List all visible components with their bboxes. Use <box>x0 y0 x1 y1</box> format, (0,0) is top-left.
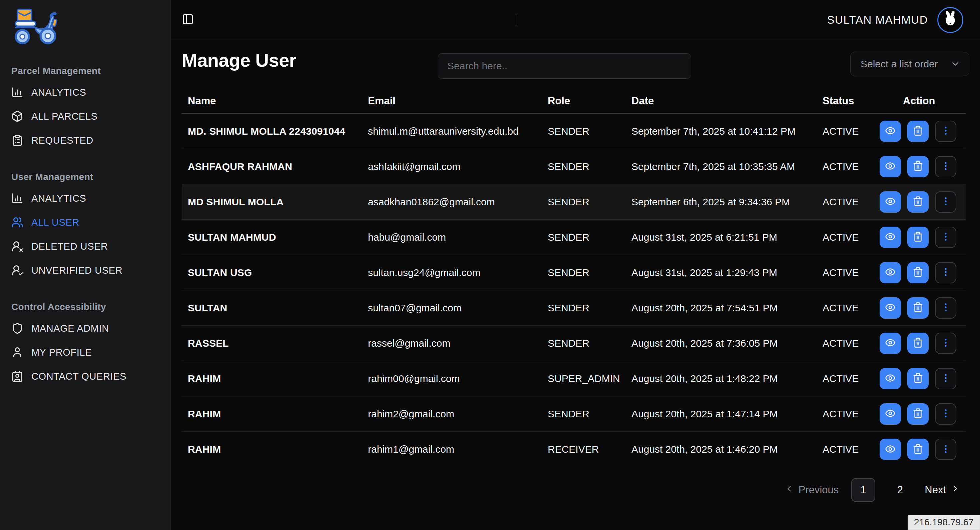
more-user-button[interactable] <box>935 439 956 460</box>
more-user-button[interactable] <box>935 227 956 248</box>
column-header-date: Date <box>632 95 822 107</box>
sidebar-item-label: CONTACT QUERIES <box>31 371 126 382</box>
sidebar-item-analytics-parcel[interactable]: ANALYTICS <box>11 80 164 104</box>
table-row: SULTAN USGsultan.usg24@gmail.comSENDERAu… <box>182 255 966 290</box>
more-options-icon <box>940 337 951 349</box>
delete-user-button[interactable] <box>907 191 929 213</box>
sidebar-item-my-profile[interactable]: MY PROFILE <box>11 340 164 364</box>
users-table: NameEmailRoleDateStatusAction MD. SHIMUL… <box>182 88 966 467</box>
more-user-button[interactable] <box>935 403 956 425</box>
more-user-button[interactable] <box>935 333 956 354</box>
delete-icon <box>913 302 923 314</box>
sidebar-item-contact-queries[interactable]: CONTACT QUERIES <box>11 364 164 388</box>
delete-user-button[interactable] <box>907 333 929 354</box>
cell-name: SULTAN <box>188 302 368 314</box>
chevron-right-icon <box>951 484 960 496</box>
sidebar-item-unverified-user[interactable]: UNVERIFIED USER <box>11 258 164 282</box>
more-user-button[interactable] <box>935 191 956 213</box>
more-user-button[interactable] <box>935 156 956 177</box>
view-user-button[interactable] <box>880 403 901 425</box>
cell-role: SUPER_ADMIN <box>548 373 632 384</box>
more-user-button[interactable] <box>935 297 956 319</box>
cell-actions <box>880 403 966 425</box>
view-user-button[interactable] <box>880 191 901 213</box>
sidebar: Parcel ManagementANALYTICSALL PARCELSREQ… <box>0 0 171 530</box>
avatar[interactable] <box>937 7 963 33</box>
page-button-2[interactable]: 2 <box>888 478 912 502</box>
column-header-name: Name <box>188 95 368 107</box>
topbar-username: SULTAN MAHMUD <box>827 14 928 26</box>
user-icon <box>11 346 23 358</box>
sidebar-item-analytics-user[interactable]: ANALYTICS <box>11 186 164 210</box>
view-user-button[interactable] <box>880 227 901 248</box>
topbar-user-area: SULTAN MAHMUD <box>827 7 963 33</box>
view-user-button[interactable] <box>880 121 901 142</box>
cell-date: September 7th, 2025 at 10:35:35 AM <box>632 161 822 172</box>
table-row: RAHIMrahim2@gmail.comSENDERAugust 20th, … <box>182 396 966 432</box>
delete-icon <box>913 125 923 137</box>
chart-column-icon <box>11 192 23 204</box>
cell-role: SENDER <box>548 126 632 137</box>
cell-date: August 20th, 2025 at 7:36:05 PM <box>632 338 822 349</box>
delete-user-button[interactable] <box>907 262 929 283</box>
cell-status: ACTIVE <box>822 232 880 243</box>
view-user-button[interactable] <box>880 156 901 177</box>
cell-status: ACTIVE <box>822 373 880 384</box>
chevron-down-icon <box>950 59 960 69</box>
cell-email: rahim2@gmail.com <box>368 408 548 420</box>
delete-user-button[interactable] <box>907 439 929 460</box>
cell-actions <box>880 227 966 248</box>
more-options-icon <box>940 373 951 384</box>
sidebar-item-all-parcels[interactable]: ALL PARCELS <box>11 104 164 129</box>
view-user-button[interactable] <box>880 297 901 319</box>
cell-name: RAHIM <box>188 444 368 455</box>
sidebar-item-all-user[interactable]: ALL USER <box>11 210 164 234</box>
cell-name: RASSEL <box>188 338 368 349</box>
delete-user-button[interactable] <box>907 368 929 389</box>
package-icon <box>11 110 23 122</box>
view-user-button[interactable] <box>880 262 901 283</box>
delete-icon <box>913 231 923 243</box>
page-button-1[interactable]: 1 <box>851 478 875 502</box>
list-order-select[interactable]: Select a list order <box>850 52 969 76</box>
app-window: Parcel ManagementANALYTICSALL PARCELSREQ… <box>0 0 980 530</box>
delete-user-button[interactable] <box>907 121 929 142</box>
next-label: Next <box>924 484 946 496</box>
more-user-button[interactable] <box>935 368 956 389</box>
sidebar-item-label: MY PROFILE <box>31 347 92 358</box>
view-icon <box>885 267 896 278</box>
cell-status: ACTIVE <box>822 444 880 455</box>
delete-user-button[interactable] <box>907 297 929 319</box>
more-user-button[interactable] <box>935 121 956 142</box>
delete-icon <box>913 161 923 172</box>
more-user-button[interactable] <box>935 262 956 283</box>
cell-role: SENDER <box>548 161 632 172</box>
view-user-button[interactable] <box>880 368 901 389</box>
delete-user-button[interactable] <box>907 156 929 177</box>
more-options-icon <box>940 444 951 455</box>
previous-page-button[interactable]: Previous <box>784 484 839 496</box>
cell-actions <box>880 368 966 389</box>
delete-user-button[interactable] <box>907 227 929 248</box>
delete-user-button[interactable] <box>907 403 929 425</box>
sidebar-item-deleted-user[interactable]: DELETED USER <box>11 234 164 258</box>
search-input[interactable] <box>438 53 691 79</box>
topbar: SULTAN MAHMUD <box>171 0 980 40</box>
more-options-icon <box>940 196 951 208</box>
table-row: MD. SHIMUL MOLLA 2243091044shimul.m@utta… <box>182 114 966 149</box>
view-user-button[interactable] <box>880 333 901 354</box>
next-page-button[interactable]: Next <box>924 484 960 496</box>
cell-actions <box>880 262 966 283</box>
view-icon <box>885 231 896 243</box>
sidebar-toggle-button[interactable] <box>182 13 195 27</box>
cell-actions <box>880 297 966 319</box>
cell-name: ASHFAQUR RAHMAN <box>188 161 368 172</box>
sidebar-item-manage-admin[interactable]: MANAGE ADMIN <box>11 316 164 340</box>
table-body: MD. SHIMUL MOLLA 2243091044shimul.m@utta… <box>182 114 966 467</box>
table-row: MD SHIMUL MOLLAasadkhan01862@gmail.comSE… <box>182 184 966 220</box>
cell-actions <box>880 121 966 142</box>
sidebar-item-requested[interactable]: REQUESTED <box>11 129 164 152</box>
sidebar-section: Control AccessibilityMANAGE ADMINMY PROF… <box>11 301 164 388</box>
view-user-button[interactable] <box>880 439 901 460</box>
more-options-icon <box>940 302 951 314</box>
